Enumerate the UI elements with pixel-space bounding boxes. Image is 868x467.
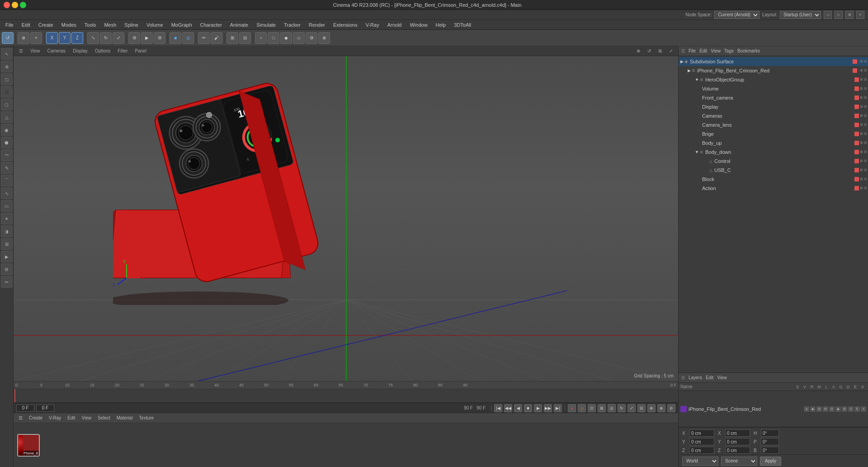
sidebar-tool-disc[interactable]: ◉ (1, 124, 13, 136)
tool-x[interactable]: X (46, 32, 58, 44)
world-select[interactable]: World (682, 457, 718, 466)
obj-display[interactable]: Display ⊞ ⊟ (679, 102, 868, 111)
scene-select[interactable]: Scene (721, 457, 757, 466)
vp-display-btn[interactable]: Display (71, 48, 90, 54)
bp-select[interactable]: Select (95, 415, 113, 421)
tool-y[interactable]: Y (59, 32, 71, 44)
sx-input[interactable] (725, 429, 750, 437)
anim-pos-btn[interactable]: ◎ (608, 404, 616, 412)
layer-icon-s[interactable]: ● (804, 406, 809, 412)
obj-camera-lens[interactable]: Camera_lens ⊞ ⊟ (679, 120, 868, 129)
vp-icon-1[interactable]: ⊕ (635, 48, 642, 54)
sidebar-tool-sphere[interactable]: ⬡ (1, 99, 13, 110)
menu-volume[interactable]: Volume (143, 21, 167, 29)
tool-rigging[interactable]: ⚙ (306, 32, 317, 44)
layers-menu-btn[interactable]: Layers (689, 375, 702, 380)
menu-spline[interactable]: Spline (121, 21, 142, 29)
menu-edit[interactable]: Edit (18, 21, 34, 29)
p-input[interactable] (761, 438, 779, 445)
anim-fn2-btn[interactable]: ⊗ (657, 404, 665, 412)
tool-bone[interactable]: ◆ (280, 32, 292, 44)
tool-render3[interactable]: ⚙ (154, 32, 165, 44)
menu-arnold[interactable]: Arnold (384, 21, 406, 29)
menu-tools[interactable]: Tools (81, 21, 100, 29)
z-input[interactable] (689, 447, 714, 454)
bp-material[interactable]: Material (114, 415, 135, 421)
layers-edit-btn[interactable]: Edit (706, 375, 713, 380)
x-input[interactable] (689, 429, 714, 437)
menu-window[interactable]: Window (406, 21, 431, 29)
obj-body-up[interactable]: Body_up ⊞ ⊟ (679, 138, 868, 148)
sidebar-tool-anim[interactable]: ▶ (1, 251, 13, 262)
anim-key-btn[interactable]: ◇ (578, 404, 586, 412)
sidebar-tool-material[interactable]: ◑ (1, 225, 13, 237)
frame-current-input[interactable]: 0 F (36, 405, 54, 412)
layer-icon-x[interactable]: X (861, 406, 866, 412)
obj-cameras[interactable]: Cameras ⊞ ⊟ (679, 111, 868, 120)
layer-icon-a[interactable]: ▶ (835, 406, 841, 412)
layer-row-iphone[interactable]: iPhone_Flip_Bent_Crimson_Red ● ▶ ⊞ M ⊟ ▶… (680, 405, 866, 414)
material-thumbnail[interactable]: Phone_E (17, 434, 40, 457)
sidebar-tool-poly[interactable]: ⬢ (1, 137, 13, 148)
menu-help[interactable]: Help (432, 21, 450, 29)
anim-autokey-btn[interactable]: ⊡ (588, 404, 596, 412)
sidebar-tool-cube[interactable]: ⬛ (1, 86, 13, 98)
obj-front-camera[interactable]: Front_camera ⊞ ⊟ (679, 93, 868, 102)
obj-usb-c[interactable]: △ USB_C ⊞ ⊟ (679, 166, 868, 175)
obj-volume[interactable]: Volume ⊞ ⊟ (679, 84, 868, 93)
tool-z[interactable]: Z (71, 32, 83, 44)
obj-brige[interactable]: Brige ⊞ ⊟ (679, 129, 868, 138)
tool-object-1[interactable]: ■ (170, 32, 181, 44)
tool-grid[interactable]: ⊞ (226, 32, 238, 44)
layout-select[interactable]: Startup (User) (780, 11, 821, 19)
sidebar-tool-spline[interactable]: 〜 (1, 149, 13, 161)
tool-move[interactable]: ⤡ (87, 32, 99, 44)
vp-icon-3[interactable]: ⊞ (656, 48, 664, 54)
menu-modes[interactable]: Modes (58, 21, 80, 29)
play-back-btn[interactable]: ◀ (514, 404, 522, 412)
obj-control[interactable]: △ Control ⊞ ⊟ (679, 157, 868, 166)
layer-icon-v[interactable]: ▶ (810, 406, 816, 412)
menu-extensions[interactable]: Extensions (330, 21, 361, 29)
om-tags-menu[interactable]: Tags (724, 48, 734, 53)
layer-icon-d[interactable]: D (848, 406, 854, 412)
play-stop-btn[interactable]: ■ (524, 404, 532, 412)
layers-expand-icon[interactable]: ☰ (681, 376, 685, 380)
tool-globe[interactable]: ⊕ (318, 32, 330, 44)
anim-par-btn[interactable]: ⊟ (637, 404, 646, 412)
tool-cam[interactable]: □ (268, 32, 279, 44)
om-file-menu[interactable]: File (689, 48, 696, 53)
sidebar-tool-brush[interactable]: ✏ (1, 276, 13, 288)
bp-vray[interactable]: V-Ray (47, 415, 63, 421)
frame-start-input[interactable]: 0 F (16, 405, 34, 412)
layer-icon-m[interactable]: M (823, 406, 828, 412)
y-input[interactable] (689, 438, 714, 445)
h-input[interactable] (761, 429, 779, 437)
layer-icon-r[interactable]: ⊞ (816, 406, 822, 412)
tool-render[interactable]: ⚙ (128, 32, 140, 44)
play-start-btn[interactable]: |◀ (494, 404, 502, 412)
bp-create[interactable]: Create (27, 415, 45, 421)
obj-block[interactable]: Block ⊞ ⊟ (679, 175, 868, 184)
om-bookmarks-menu[interactable]: Bookmarks (737, 48, 760, 53)
apply-button[interactable]: Apply (760, 457, 781, 466)
ns-icon-btn-3[interactable]: ⊞ (845, 11, 854, 19)
anim-scl-btn[interactable]: ⤢ (627, 404, 636, 412)
obj-body-down[interactable]: ▼ ⊕ Body_down ⊞ ⊟ (679, 148, 868, 157)
ns-icon-btn-2[interactable]: ▷ (835, 11, 843, 19)
sidebar-tool-freeform[interactable]: ∿ (1, 187, 13, 199)
sz-input[interactable] (725, 447, 750, 454)
vp-panel-btn[interactable]: Panel (133, 48, 149, 54)
anim-sel-btn[interactable]: ⊞ (598, 404, 606, 412)
obj-action[interactable]: Action ⊞ ⊟ (679, 184, 868, 193)
tool-scale[interactable]: ⤢ (113, 32, 124, 44)
ns-icon-btn-4[interactable]: ≡ (856, 11, 864, 19)
maximize-button[interactable] (20, 2, 26, 8)
sidebar-tool-arc[interactable]: ⌒ (1, 175, 13, 186)
menu-vray[interactable]: V-Ray (362, 21, 383, 29)
tool-grid2[interactable]: ⊟ (239, 32, 251, 44)
play-fwd-btn[interactable]: ▶ (534, 404, 542, 412)
tool-brush[interactable]: ✏ (198, 32, 210, 44)
anim-fn3-btn[interactable]: ⊘ (667, 404, 675, 412)
anim-fn-btn[interactable]: ⊕ (647, 404, 656, 412)
